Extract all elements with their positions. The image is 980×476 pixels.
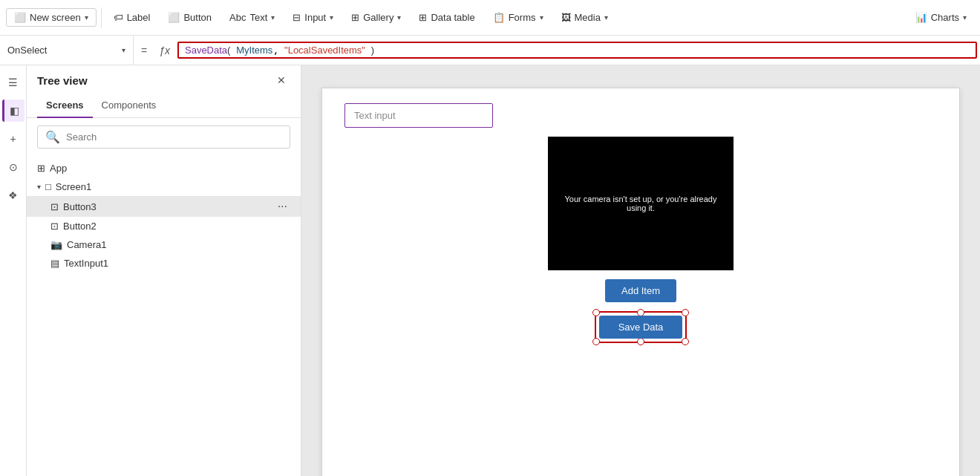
canvas-area: Text input Your camera isn't set up, or … bbox=[301, 65, 980, 476]
button-tool[interactable]: ⬜ Button bbox=[160, 9, 219, 26]
fx-label: ƒx bbox=[154, 45, 174, 56]
toolbar: ⬜ New screen ▾ 🏷 Label ⬜ Button Abc Text… bbox=[0, 0, 980, 36]
textinput1-label: TextInput1 bbox=[64, 258, 108, 269]
screen1-icon: □ bbox=[45, 181, 51, 192]
handle-top-right[interactable] bbox=[682, 309, 689, 316]
camera1-icon: 📷 bbox=[50, 239, 62, 250]
tree-item-textinput1[interactable]: ▤ TextInput1 bbox=[27, 254, 301, 273]
input-icon: ⊟ bbox=[293, 12, 301, 23]
gallery-tool[interactable]: ⊞ Gallery ▾ bbox=[344, 9, 408, 26]
tree-close-button[interactable]: ✕ bbox=[272, 73, 290, 88]
button3-label: Button3 bbox=[63, 201, 97, 212]
layers-icon[interactable]: ◧ bbox=[2, 100, 24, 122]
new-screen-button[interactable]: ⬜ New screen ▾ bbox=[6, 8, 97, 27]
button2-label: Button2 bbox=[63, 221, 97, 232]
save-data-selection-wrapper: Save Data bbox=[595, 311, 687, 343]
input-tool[interactable]: ⊟ Input ▾ bbox=[285, 9, 341, 26]
button3-icon: ⊡ bbox=[50, 201, 59, 212]
textinput1-icon: ▤ bbox=[50, 258, 59, 269]
equals-sign: = bbox=[134, 45, 154, 56]
search-icon: 🔍 bbox=[45, 130, 60, 144]
tree-tabs: Screens Components bbox=[27, 95, 301, 118]
formula-content: SaveData( MyItems, "LocalSavedItems" ) bbox=[185, 45, 374, 56]
tab-screens[interactable]: Screens bbox=[37, 95, 93, 118]
input-chevron-icon: ▾ bbox=[330, 13, 333, 22]
tree-item-button3[interactable]: ⊡ Button3 ··· bbox=[27, 196, 301, 217]
app-label: App bbox=[50, 163, 67, 174]
forms-chevron-icon: ▾ bbox=[540, 13, 543, 22]
main-area: ☰ ◧ + ⊙ ❖ Tree view ✕ Screens Components… bbox=[0, 65, 980, 476]
search-input[interactable] bbox=[66, 131, 282, 143]
gallery-chevron-icon: ▾ bbox=[397, 13, 401, 22]
divider-1 bbox=[101, 7, 102, 28]
data-icon[interactable]: ⊙ bbox=[2, 156, 24, 178]
tree-title: Tree view bbox=[37, 74, 88, 87]
canvas-text-input[interactable]: Text input bbox=[344, 103, 493, 128]
formula-input[interactable]: SaveData( MyItems, "LocalSavedItems" ) bbox=[177, 42, 977, 59]
tree-item-screen1[interactable]: ▾ □ Screen1 bbox=[27, 177, 301, 196]
add-item-button[interactable]: Add Item bbox=[605, 279, 676, 302]
screen1-chevron-icon: ▾ bbox=[37, 183, 41, 191]
save-data-button[interactable]: Save Data bbox=[599, 316, 683, 339]
button3-options-icon[interactable]: ··· bbox=[275, 200, 290, 213]
app-icon: ⊞ bbox=[37, 163, 45, 174]
new-screen-chevron-icon: ▾ bbox=[85, 13, 88, 22]
new-screen-label: New screen bbox=[30, 12, 81, 23]
charts-icon: 📊 bbox=[915, 12, 927, 23]
handle-bottom-right[interactable] bbox=[682, 338, 689, 345]
add-icon[interactable]: + bbox=[2, 128, 24, 150]
tree-panel: Tree view ✕ Screens Components 🔍 ⊞ App ▾… bbox=[27, 65, 301, 476]
tree-item-app[interactable]: ⊞ App bbox=[27, 159, 301, 177]
property-label: OnSelect bbox=[7, 45, 47, 56]
text-icon: Abc bbox=[229, 12, 246, 23]
data-table-icon: ⊞ bbox=[419, 12, 427, 23]
label-icon: 🏷 bbox=[114, 12, 123, 23]
property-chevron-icon: ▾ bbox=[122, 46, 125, 54]
new-screen-icon: ⬜ bbox=[14, 12, 26, 23]
tree-item-camera1[interactable]: 📷 Camera1 bbox=[27, 235, 301, 254]
tree-search-box[interactable]: 🔍 bbox=[37, 125, 290, 149]
tree-item-button2[interactable]: ⊡ Button2 bbox=[27, 217, 301, 235]
charts-chevron-icon: ▾ bbox=[963, 13, 967, 22]
camera-message: Your camera isn't set up, or you're alre… bbox=[548, 195, 734, 212]
tree-items-list: ⊞ App ▾ □ Screen1 ⊡ Button3 ··· ⊡ Button… bbox=[27, 156, 301, 276]
canvas-camera: Your camera isn't set up, or you're alre… bbox=[548, 137, 734, 270]
tree-header: Tree view ✕ bbox=[27, 65, 301, 95]
forms-icon: 📋 bbox=[493, 12, 505, 23]
handle-top-left[interactable] bbox=[592, 309, 600, 316]
button-tool-icon: ⬜ bbox=[168, 12, 180, 23]
handle-bottom-mid[interactable] bbox=[637, 338, 644, 345]
tab-components[interactable]: Components bbox=[93, 95, 166, 118]
media-icon: 🖼 bbox=[561, 12, 571, 23]
media-chevron-icon: ▾ bbox=[604, 13, 608, 22]
components-icon[interactable]: ❖ bbox=[2, 184, 24, 206]
screen1-label: Screen1 bbox=[56, 181, 91, 192]
media-tool[interactable]: 🖼 Media ▾ bbox=[554, 9, 615, 26]
handle-bottom-left[interactable] bbox=[592, 338, 600, 345]
hamburger-icon[interactable]: ☰ bbox=[2, 71, 24, 94]
forms-tool[interactable]: 📋 Forms ▾ bbox=[486, 9, 551, 26]
side-icons-panel: ☰ ◧ + ⊙ ❖ bbox=[0, 65, 27, 476]
text-tool[interactable]: Abc Text ▾ bbox=[222, 9, 282, 26]
text-input-placeholder: Text input bbox=[354, 110, 396, 121]
property-selector[interactable]: OnSelect ▾ bbox=[0, 36, 134, 65]
charts-tool[interactable]: 📊 Charts ▾ bbox=[908, 9, 974, 26]
formula-bar: OnSelect ▾ = ƒx SaveData( MyItems, "Loca… bbox=[0, 36, 980, 65]
text-chevron-icon: ▾ bbox=[271, 13, 275, 22]
canvas-frame: Text input Your camera isn't set up, or … bbox=[321, 88, 960, 476]
gallery-icon: ⊞ bbox=[351, 12, 359, 23]
camera1-label: Camera1 bbox=[67, 239, 106, 250]
button2-icon: ⊡ bbox=[50, 221, 59, 232]
label-button[interactable]: 🏷 Label bbox=[106, 9, 158, 26]
data-table-tool[interactable]: ⊞ Data table bbox=[411, 9, 482, 26]
